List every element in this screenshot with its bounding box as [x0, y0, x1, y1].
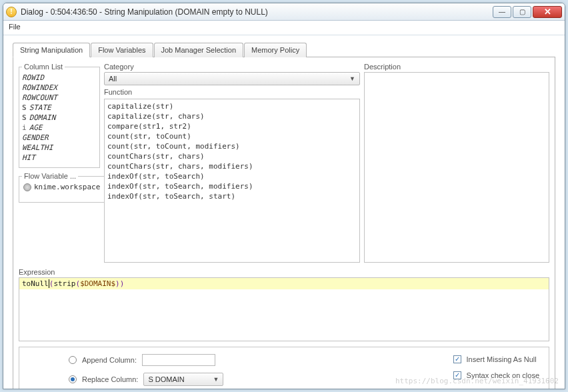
- function-item[interactable]: countChars(str, chars, modifiers): [107, 161, 357, 171]
- window-title: Dialog - 0:504:436:50 - String Manipulat…: [21, 7, 493, 17]
- column-item: HIT: [21, 153, 98, 163]
- syntax-check-checkbox[interactable]: ✓: [453, 371, 461, 379]
- tab-memory-policy[interactable]: Memory Policy: [244, 43, 307, 57]
- column-list-panel: Column List ROWID ROWINDEX ROWCOUNT SSTA…: [19, 63, 100, 168]
- replace-column-combo[interactable]: S DOMAIN ▼: [143, 373, 223, 386]
- description-box[interactable]: [364, 72, 549, 263]
- function-list[interactable]: capitalize(str) capitalize(str, chars) c…: [104, 99, 360, 263]
- flow-variables-panel: Flow Variable ... knime.workspace: [19, 172, 105, 203]
- function-item[interactable]: countChars(str, chars): [107, 151, 357, 161]
- chevron-down-icon: ▼: [349, 75, 355, 82]
- chevron-down-icon: ▼: [213, 376, 219, 383]
- column-item: SSTATE: [21, 103, 98, 113]
- string-type-icon: S: [22, 113, 27, 122]
- flow-variable-item[interactable]: knime.workspace: [19, 180, 104, 194]
- close-button[interactable]: ✕: [533, 6, 562, 18]
- dialog-window: ! Dialog - 0:504:436:50 - String Manipul…: [3, 3, 565, 389]
- column-item: SDOMAIN: [21, 113, 98, 123]
- function-item[interactable]: compare(str1, str2): [107, 121, 357, 131]
- tab-string-manipulation[interactable]: String Manipulation: [13, 43, 90, 57]
- append-column-label: Append Column:: [82, 356, 137, 364]
- content-area: String Manipulation Flow Variables Job M…: [3, 35, 565, 386]
- column-list-hscroll[interactable]: ◂ ▸: [19, 167, 99, 168]
- replace-column-radio[interactable]: [69, 375, 77, 383]
- insert-missing-label: Insert Missing As Null: [467, 355, 537, 363]
- function-item[interactable]: capitalize(str, chars): [107, 111, 357, 121]
- column-item: ROWID: [21, 73, 98, 83]
- expression-label: Expression: [19, 268, 549, 276]
- title-bar[interactable]: ! Dialog - 0:504:436:50 - String Manipul…: [3, 3, 565, 21]
- column-item: ROWINDEX: [21, 83, 98, 93]
- minimize-button[interactable]: —: [493, 6, 511, 18]
- function-item[interactable]: indexOf(str, toSearch, modifiers): [107, 181, 357, 191]
- replace-column-label: Replace Column:: [82, 375, 138, 383]
- append-column-input[interactable]: [142, 354, 215, 366]
- column-item: GENDER: [21, 133, 98, 143]
- column-item: WEALTHI: [21, 143, 98, 153]
- expression-editor[interactable]: toNull(strip($DOMAIN$)): [19, 277, 549, 341]
- tab-flow-variables[interactable]: Flow Variables: [91, 43, 153, 57]
- int-type-icon: i: [22, 123, 27, 132]
- insert-missing-checkbox[interactable]: ✓: [453, 355, 461, 363]
- category-combo[interactable]: All ▼: [104, 72, 360, 85]
- window-controls: — ▢ ✕: [493, 6, 562, 18]
- maximize-button[interactable]: ▢: [513, 6, 531, 18]
- function-item[interactable]: capitalize(str): [107, 101, 357, 111]
- tab-body: Column List ROWID ROWINDEX ROWCOUNT SSTA…: [13, 57, 555, 389]
- tab-strip: String Manipulation Flow Variables Job M…: [13, 42, 555, 57]
- append-column-radio[interactable]: [69, 356, 77, 364]
- category-label: Category: [104, 63, 360, 71]
- flow-variables-legend: Flow Variable ...: [22, 172, 78, 180]
- menu-bar: File: [3, 21, 565, 35]
- function-item[interactable]: indexOf(str, toSearch, start): [107, 191, 357, 201]
- function-item[interactable]: indexOf(str, toSearch): [107, 171, 357, 181]
- description-label: Description: [364, 63, 549, 71]
- gear-icon: [23, 183, 31, 191]
- function-label: Function: [104, 88, 360, 96]
- function-item[interactable]: count(str, toCount, modifiers): [107, 141, 357, 151]
- output-options: Append Column: Replace Column: S DOMAIN …: [19, 347, 549, 389]
- column-list[interactable]: ROWID ROWINDEX ROWCOUNT SSTATE SDOMAIN i…: [19, 71, 99, 167]
- warning-icon: !: [6, 7, 17, 17]
- string-type-icon: S: [22, 103, 27, 112]
- column-item: ROWCOUNT: [21, 93, 98, 103]
- menu-file[interactable]: File: [9, 23, 21, 31]
- function-item[interactable]: count(str, toCount): [107, 131, 357, 141]
- tab-job-manager[interactable]: Job Manager Selection: [154, 43, 244, 57]
- column-item: iAGE: [21, 123, 98, 133]
- column-list-legend: Column List: [22, 63, 65, 71]
- syntax-check-label: Syntax check on close: [467, 371, 539, 379]
